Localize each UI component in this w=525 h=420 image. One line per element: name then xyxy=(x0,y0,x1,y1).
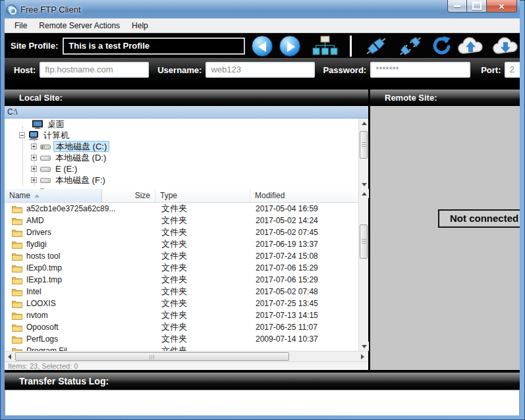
username-input[interactable]: web123 xyxy=(206,62,315,78)
menu-item[interactable]: Help xyxy=(126,19,154,32)
not-connected-message: Not connected xyxy=(438,209,520,228)
file-type: 文件夹 xyxy=(156,321,251,333)
file-name: IExp0.tmp xyxy=(26,263,62,273)
site-profile-label: Site Profile: xyxy=(11,41,58,51)
local-path-bar[interactable]: C:\ xyxy=(5,106,368,118)
table-row[interactable]: IExp1.tmp 文件夹 2017-07-06 15:29 xyxy=(5,274,358,286)
tree-item[interactable]: 本地磁盘 (F:) xyxy=(5,174,368,186)
cloud-upload-icon[interactable] xyxy=(457,36,485,56)
table-row[interactable]: Drivers 文件夹 2017-05-02 07:45 xyxy=(5,226,358,238)
title-bar[interactable]: Free FTP Client xyxy=(5,0,520,18)
file-type: 文件夹 xyxy=(156,262,251,274)
tree-item[interactable]: 计算机 xyxy=(5,130,368,141)
remote-site-body: Not connected xyxy=(370,106,520,370)
sort-ascending-icon xyxy=(34,194,40,197)
tree-item-icon xyxy=(28,131,39,140)
file-type: 文件夹 xyxy=(156,286,251,298)
tree-item-label: 计算机 xyxy=(41,130,71,140)
tree-item[interactable]: 桌面 xyxy=(5,118,368,130)
file-name: Opoosoft xyxy=(26,323,59,332)
sitemap-icon[interactable] xyxy=(311,35,339,57)
forward-button[interactable] xyxy=(279,36,300,57)
file-name: IExp1.tmp xyxy=(26,275,62,284)
table-row[interactable]: nvtom 文件夹 2017-07-13 14:15 xyxy=(5,309,358,321)
tree-expander-icon[interactable] xyxy=(31,144,37,149)
local-directory-tree[interactable]: 桌面 计算机 本地磁盘 (C:) 本地磁盘 (D:) E (E:) 本地磁盘 (… xyxy=(5,118,368,189)
list-scroll-track[interactable] xyxy=(359,198,369,342)
tree-item-label: 本地磁盘 (F:) xyxy=(53,175,107,185)
close-button[interactable] xyxy=(486,0,517,13)
tree-scroll-thumb[interactable] xyxy=(360,131,368,159)
site-profile-input[interactable]: This is a test Profile xyxy=(63,38,245,55)
file-modified: 2017-06-19 13:37 xyxy=(251,240,358,249)
scroll-right-icon[interactable] xyxy=(358,352,368,361)
refresh-icon[interactable] xyxy=(431,36,451,57)
app-icon xyxy=(7,5,16,14)
column-header-size[interactable]: Size xyxy=(102,189,155,202)
back-button[interactable] xyxy=(252,36,273,57)
disconnect-icon[interactable] xyxy=(397,34,424,58)
maximize-button[interactable] xyxy=(467,0,486,13)
list-vertical-scrollbar[interactable] xyxy=(358,189,368,351)
file-type: 文件夹 xyxy=(156,333,251,345)
tree-item-label: 本地磁盘 (D:) xyxy=(53,153,108,163)
table-row[interactable]: LOOXIS 文件夹 2017-07-25 13:45 xyxy=(5,298,358,309)
tree-vertical-scrollbar[interactable] xyxy=(358,118,368,189)
menu-item[interactable]: Remote Server Actions xyxy=(33,19,126,32)
scroll-left-icon[interactable] xyxy=(5,352,15,361)
menu-item[interactable]: File xyxy=(9,19,33,32)
folder-icon xyxy=(12,288,22,296)
connect-icon[interactable] xyxy=(363,34,389,58)
table-row[interactable]: AMD 文件夹 2017-05-02 14:24 xyxy=(5,215,358,226)
tree-expander-icon[interactable] xyxy=(31,166,37,172)
window-controls xyxy=(447,0,517,13)
transfer-log-body[interactable] xyxy=(5,390,520,415)
cloud-download-icon[interactable] xyxy=(492,36,520,56)
file-name: hosts tool xyxy=(26,251,60,261)
table-row[interactable]: hosts tool 文件夹 2017-07-24 15:08 xyxy=(5,250,358,262)
tree-item[interactable]: E (E:) xyxy=(5,163,368,174)
table-row[interactable]: PerfLogs 文件夹 2009-07-14 10:37 xyxy=(5,333,358,345)
table-row[interactable]: flydigi 文件夹 2017-06-19 13:37 xyxy=(5,238,358,250)
table-row[interactable]: Opoosoft 文件夹 2017-06-25 11:07 xyxy=(5,321,358,333)
tree-item-label: 本地磁盘 (C:) xyxy=(53,141,109,152)
file-modified: 2017-05-02 07:45 xyxy=(251,228,358,237)
folder-icon xyxy=(12,240,22,249)
port-input[interactable]: 2 xyxy=(505,62,520,78)
tree-scroll-track[interactable] xyxy=(359,128,369,180)
app-window: Free FTP Client File Remote Server Actio… xyxy=(0,0,525,420)
file-modified: 2017-07-06 15:29 xyxy=(251,275,358,284)
tree-expander-icon[interactable] xyxy=(19,132,25,138)
file-type: 文件夹 xyxy=(156,203,251,215)
tree-item-icon xyxy=(40,176,51,185)
tree-expander-icon[interactable] xyxy=(31,177,37,183)
host-input[interactable]: ftp.hostname.com xyxy=(40,62,149,78)
folder-icon xyxy=(12,300,22,308)
tree-item-icon xyxy=(40,165,51,174)
minimize-button[interactable] xyxy=(447,0,467,13)
back-icon xyxy=(258,41,266,52)
column-header-type[interactable]: Type xyxy=(155,189,250,202)
tree-item[interactable]: 本地磁盘 (C:) xyxy=(5,141,368,152)
tree-expander-icon[interactable] xyxy=(31,155,37,161)
table-row[interactable]: IExp0.tmp 文件夹 2017-07-06 15:29 xyxy=(5,262,358,274)
horizontal-scroll-thumb[interactable] xyxy=(15,352,289,361)
horizontal-scrollbar[interactable] xyxy=(5,351,368,361)
scroll-up-icon[interactable] xyxy=(359,189,369,198)
folder-icon xyxy=(12,264,22,273)
password-input[interactable]: ******* xyxy=(370,62,470,78)
scroll-down-icon[interactable] xyxy=(359,180,369,189)
column-header-name[interactable]: Name xyxy=(5,189,102,202)
scroll-down-icon[interactable] xyxy=(359,342,369,351)
file-rows: a52cb1e0e3725a62c89... 文件夹 2017-05-04 16… xyxy=(5,203,368,351)
tree-item-label: E (E:) xyxy=(53,164,79,174)
local-site-header: Local Site: xyxy=(5,90,368,106)
list-scroll-thumb[interactable] xyxy=(360,224,368,259)
table-row[interactable]: a52cb1e0e3725a62c89... 文件夹 2017-05-04 16… xyxy=(5,203,358,215)
file-modified: 2017-06-25 11:07 xyxy=(251,323,358,332)
table-row[interactable]: Intel 文件夹 2017-05-02 07:48 xyxy=(5,286,358,298)
scroll-up-icon[interactable] xyxy=(359,118,369,128)
table-row[interactable]: Program Fil... 文件夹 xyxy=(5,345,358,351)
column-header-modified[interactable]: Modified xyxy=(250,189,358,202)
tree-item[interactable]: 本地磁盘 (D:) xyxy=(5,152,368,163)
